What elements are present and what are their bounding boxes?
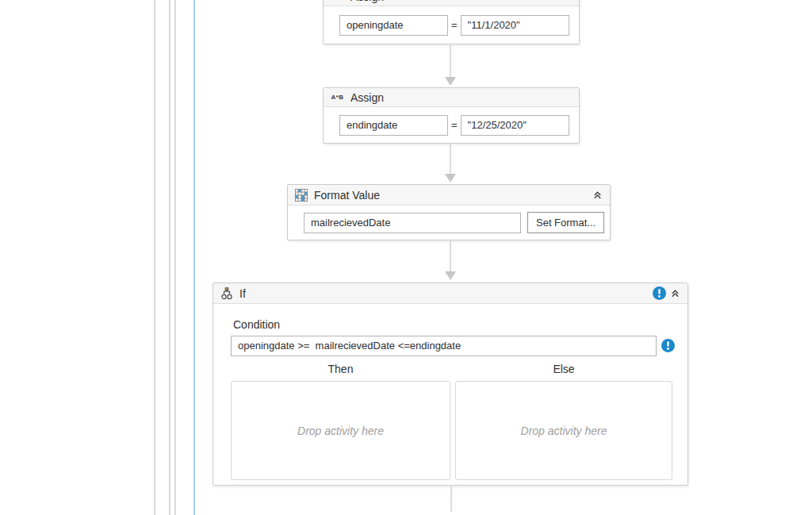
assign-activity-openingdate[interactable]: A*B Assign openingdate = "11/1/2020": [323, 0, 580, 44]
assign-value-field[interactable]: "12/25/2020": [461, 115, 569, 136]
if-activity-header[interactable]: If: [213, 283, 688, 304]
then-drop-zone[interactable]: Drop activity here: [231, 381, 450, 480]
condition-label: Condition: [233, 318, 280, 331]
connector-arrowhead-icon: [445, 174, 456, 183]
else-drop-zone[interactable]: Drop activity here: [455, 381, 672, 480]
connector-arrowhead-icon: [445, 77, 456, 86]
assign-activity-endingdate[interactable]: A*B Assign endingdate = "12/25/2020": [323, 87, 580, 144]
set-format-button[interactable]: Set Format...: [527, 212, 604, 233]
assign-icon: A*B: [331, 94, 344, 101]
then-branch-label: Then: [231, 363, 450, 375]
workflow-canvas: A*B Assign openingdate = "11/1/2020" A*B…: [0, 0, 812, 515]
connector-arrowhead-icon: [445, 271, 456, 280]
equals-sign: =: [451, 119, 458, 131]
connector-line: [450, 486, 452, 512]
assign-value-field[interactable]: "11/1/2020": [461, 15, 569, 36]
format-value-activity[interactable]: Format Value mailrecievedDate Set Format…: [287, 184, 611, 240]
format-value-header[interactable]: Format Value: [288, 185, 610, 206]
activity-title: Assign: [350, 0, 384, 3]
activity-title: If: [239, 287, 246, 300]
container-guide-line: [169, 0, 170, 515]
connector-line: [450, 144, 451, 175]
validation-info-icon[interactable]: [661, 339, 675, 352]
assign-activity-header[interactable]: A*B Assign: [324, 0, 579, 6]
connector-line: [450, 45, 451, 77]
activity-title: Format Value: [314, 189, 380, 202]
grid-table-icon: [295, 189, 308, 202]
drop-activity-placeholder: Drop activity here: [521, 425, 607, 437]
assign-to-field[interactable]: endingdate: [339, 115, 448, 136]
condition-input[interactable]: openingdate >= mailrecievedDate <=ending…: [231, 336, 657, 356]
else-branch-label: Else: [455, 363, 672, 375]
format-value-input[interactable]: mailrecievedDate: [304, 213, 521, 233]
equals-sign: =: [451, 19, 458, 31]
if-activity[interactable]: If Condition openingdate >= mailrecieved…: [213, 282, 688, 486]
collapse-chevron-double-up-icon[interactable]: [670, 288, 680, 298]
assign-to-field[interactable]: openingdate: [339, 15, 448, 36]
container-guide-line: [174, 0, 176, 515]
selected-container-guide-line: [193, 0, 195, 515]
validation-info-icon[interactable]: [653, 286, 666, 300]
branch-decision-icon: [220, 287, 233, 300]
container-guide-line: [154, 0, 155, 515]
assign-activity-header[interactable]: A*B Assign: [324, 88, 579, 107]
collapse-chevron-double-up-icon[interactable]: [592, 190, 603, 200]
connector-line: [450, 241, 451, 271]
drop-activity-placeholder: Drop activity here: [297, 425, 384, 437]
activity-title: Assign: [350, 91, 384, 104]
